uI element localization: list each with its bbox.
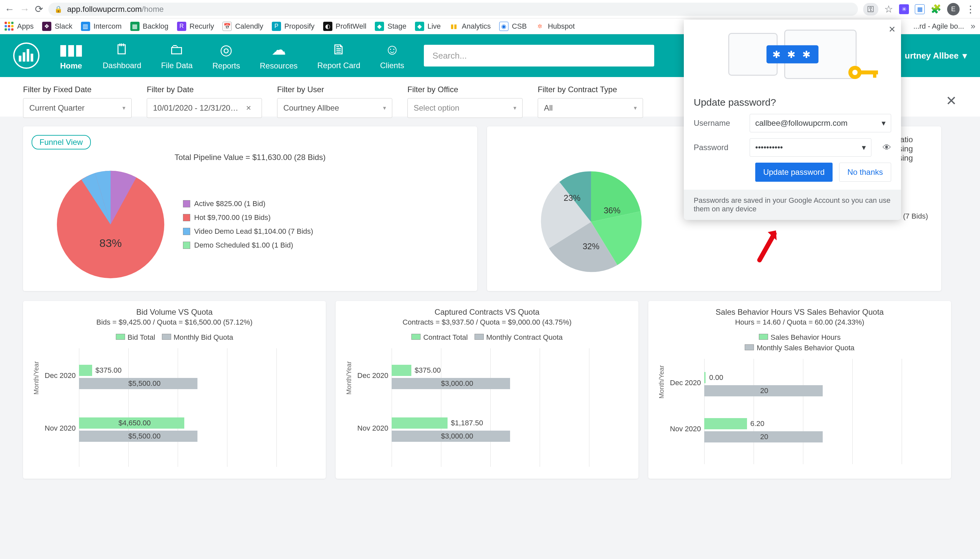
eye-icon[interactable]: 👁 <box>883 142 891 153</box>
filter-value: All <box>544 103 553 112</box>
chart-title: Captured Contracts VS Quota <box>342 308 632 317</box>
bookmarks-more-icon[interactable]: » <box>971 21 975 31</box>
bookmark-recurly[interactable]: RRecurly <box>177 22 214 31</box>
nav-report-card[interactable]: 🗎Report Card <box>317 41 360 70</box>
popup-body: Update password? Username callbee@follow… <box>684 89 901 190</box>
svg-text:23%: 23% <box>564 193 581 202</box>
nav-resources[interactable]: ☁Resources <box>260 41 298 71</box>
password-badge: ✱ ✱ ✱ <box>766 45 818 63</box>
bookmark-profitwell[interactable]: ◐ProfitWell <box>323 22 366 31</box>
filter-date-input[interactable]: 10/01/2020 - 12/31/2020✕ <box>147 98 262 118</box>
kebab-menu-icon[interactable]: ⋮ <box>965 3 975 15</box>
update-password-button[interactable]: Update password <box>755 163 833 182</box>
address-bar[interactable]: 🔒 app.followupcrm.com/home <box>48 3 858 16</box>
user-menu[interactable]: urtney Allbee ▾ <box>905 51 967 61</box>
bookmark-stage[interactable]: ◆Stage <box>375 22 406 31</box>
profile-avatar[interactable]: E <box>947 3 960 15</box>
bookmark-slack[interactable]: ❖Slack <box>42 22 73 31</box>
svg-rect-11 <box>873 71 876 78</box>
close-icon[interactable]: ✕ <box>889 24 896 35</box>
password-save-popup: ✕ ✱ ✱ ✱ Update password? Username callbe… <box>684 20 901 220</box>
bookmark-apps[interactable]: Apps <box>5 22 33 31</box>
extensions-icon[interactable]: 🧩 <box>931 4 941 14</box>
back-button[interactable]: ← <box>5 3 15 15</box>
password-value: •••••••••• <box>755 143 783 152</box>
svg-text:32%: 32% <box>582 241 599 251</box>
bookmark-label: Hubspot <box>548 22 575 31</box>
nav-dashboard[interactable]: 🗒Dashboard <box>103 41 141 70</box>
app-logo[interactable] <box>13 43 40 69</box>
username-select[interactable]: callbee@followupcrm.com▾ <box>750 114 891 132</box>
chevron-down-icon: ▾ <box>882 119 886 128</box>
close-filters-button[interactable]: ✕ <box>946 93 957 108</box>
bookmark-analytics[interactable]: ▮▮Analytics <box>449 22 491 31</box>
filter-fixed-date-select[interactable]: Current Quarter▾ <box>23 98 132 118</box>
search-box[interactable] <box>424 45 654 66</box>
extension-icon-2[interactable]: ▦ <box>915 4 925 14</box>
bookmark-backlog[interactable]: ▦Backlog <box>130 22 168 31</box>
nav-user-partial: urtney Allbee <box>905 51 959 61</box>
calendly-icon: 📅 <box>223 22 232 31</box>
password-select[interactable]: ••••••••••▾ <box>750 138 871 157</box>
filter-label: Filter by Fixed Date <box>23 85 132 94</box>
bar-value: $5,500.00 <box>128 379 161 388</box>
bookmark-calendly[interactable]: 📅Calendly <box>223 22 263 31</box>
bookmark-proposify[interactable]: PProposify <box>272 22 315 31</box>
bookmark-intercom[interactable]: ▥Intercom <box>81 22 122 31</box>
star-icon[interactable]: ☆ <box>884 3 893 15</box>
user-icon: ☺ <box>385 41 399 58</box>
bookmark-label: Backlog <box>143 22 168 31</box>
bookmark-hubspot[interactable]: ✲Hubspot <box>535 22 575 31</box>
pie-main-pct: 83% <box>99 237 122 249</box>
filter-contract-type: Filter by Contract Type All▾ <box>538 85 643 118</box>
bar-value: 0.00 <box>709 373 723 382</box>
document-icon: 🗎 <box>332 41 346 58</box>
bar-value: $5,500.00 <box>128 432 161 440</box>
bar-value: $3,000.00 <box>441 379 473 388</box>
legend-label: Monthly Sales Behavior Quota <box>757 344 854 352</box>
search-input[interactable] <box>432 51 646 61</box>
browser-actions: ⚿ ☆ ✳ ▦ 🧩 E ⋮ <box>863 3 975 15</box>
category-label: Dec 2020 <box>346 371 388 380</box>
bar <box>392 365 411 376</box>
bookmark-label: Calendly <box>235 22 263 31</box>
bookmark-label: ProfitWell <box>336 22 366 31</box>
bookmark-live[interactable]: ◆Live <box>415 22 441 31</box>
filter-office: Filter by Office Select option▾ <box>408 85 523 118</box>
clipboard-icon: 🗒 <box>115 41 129 58</box>
bar <box>704 418 747 429</box>
filter-user-select[interactable]: Courtney Allbee▾ <box>277 98 392 118</box>
chart-legend: Contract Total Monthly Contract Quota <box>342 333 632 342</box>
legend-label: Active $825.00 (1 Bid) <box>194 200 265 208</box>
chart-bid-volume: Bid Volume VS Quota Bids = $9,425.00 / Q… <box>23 301 326 479</box>
legend-label: Bid Total <box>128 333 155 341</box>
apps-grid-icon <box>5 22 14 31</box>
bookmark-csb[interactable]: ◉CSB <box>499 22 526 31</box>
bar <box>392 417 447 428</box>
proposify-icon: P <box>272 22 281 31</box>
stage-icon: ◆ <box>375 22 384 31</box>
nav-file-data[interactable]: 🗀File Data <box>161 41 193 70</box>
legend-swatch <box>183 241 190 249</box>
nav-home[interactable]: ▮▮▮Home <box>59 41 83 71</box>
password-key-icon[interactable]: ⚿ <box>863 3 878 15</box>
nav-reports[interactable]: ◎Reports <box>212 41 240 71</box>
nav-clients[interactable]: ☺Clients <box>380 41 404 70</box>
reload-button[interactable]: ⟳ <box>35 3 43 15</box>
no-thanks-button[interactable]: No thanks <box>839 163 891 182</box>
bookmark-overflow[interactable]: ...rd - Agile bo... <box>913 22 964 31</box>
legend-swatch <box>183 214 190 221</box>
extension-icon-1[interactable]: ✳ <box>899 4 909 14</box>
filter-contract-select[interactable]: All▾ <box>538 98 643 118</box>
chevron-down-icon: ▾ <box>862 143 866 152</box>
nav-label: Reports <box>212 61 240 71</box>
legend-label: Video Demo Lead $1,104.00 (7 Bids) <box>194 227 313 236</box>
pipeline-title: Total Pipeline Value = $11,630.00 (28 Bi… <box>31 153 469 162</box>
pipeline-legend: Active $825.00 (1 Bid) Hot $9,700.00 (19… <box>183 200 313 250</box>
chart-legend: Bid Total Monthly Bid Quota <box>30 333 319 342</box>
filter-office-select[interactable]: Select option▾ <box>408 98 523 118</box>
clear-icon[interactable]: ✕ <box>246 104 251 112</box>
funnel-view-button[interactable]: Funnel View <box>31 135 91 149</box>
forward-button[interactable]: → <box>20 3 30 15</box>
svg-point-9 <box>852 70 858 75</box>
